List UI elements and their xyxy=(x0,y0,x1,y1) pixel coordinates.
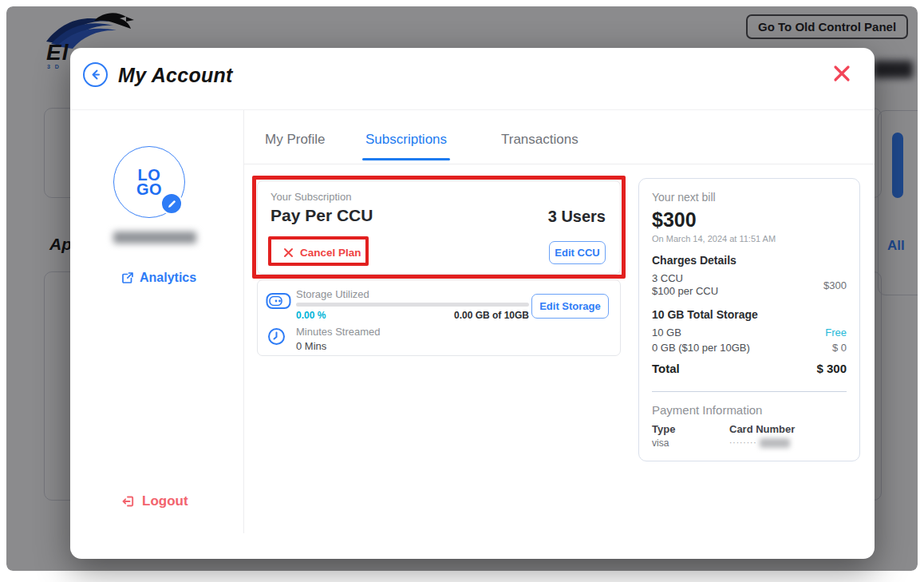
screen: El 3 D Go To Old Control Panel Ap All My… xyxy=(0,0,924,582)
payment-card-value: ········ xyxy=(729,437,847,449)
ccu-row-value: $300 xyxy=(823,279,847,291)
logout-button[interactable]: Logout xyxy=(121,493,188,509)
payment-info: Type Card Number visa ········ xyxy=(652,423,847,449)
edit-ccu-button[interactable]: Edit CCU xyxy=(549,241,606,264)
charges-heading: Charges Details xyxy=(652,254,847,267)
storage-percent: 0.00 % xyxy=(296,310,326,321)
logout-icon xyxy=(121,494,136,509)
edit-storage-button[interactable]: Edit Storage xyxy=(531,294,609,319)
card-number-masked: ········ xyxy=(729,438,757,447)
edit-avatar-button[interactable] xyxy=(160,192,183,215)
cancel-x-icon xyxy=(283,247,294,258)
storage-free-row: 10 GB Free xyxy=(652,327,847,339)
bill-divider xyxy=(652,391,847,392)
storage-paid-row: 0 GB ($10 per 10GB) $ 0 xyxy=(652,342,847,354)
minutes-streamed-value: 0 Mins xyxy=(296,340,326,352)
modal-title: My Account xyxy=(118,64,233,87)
storage-paid-value: $ 0 xyxy=(832,342,847,354)
bill-date: On March 14, 2024 at 11:51 AM xyxy=(652,234,847,243)
close-icon xyxy=(832,64,851,83)
username-redacted xyxy=(113,232,196,243)
payment-heading: Payment Information xyxy=(652,403,847,417)
card-number-redacted xyxy=(760,438,790,448)
my-account-modal: My Account LO GO Analytics xyxy=(70,48,875,559)
back-arrow-icon xyxy=(89,68,102,81)
storage-usage: 0.00 GB of 10GB xyxy=(417,310,529,321)
payment-type-value: visa xyxy=(652,437,729,449)
ccu-row-line1: 3 CCU xyxy=(652,272,718,285)
subscription-card: Your Subscription Pay Per CCU 3 Users Ca… xyxy=(257,180,621,275)
tab-my-profile[interactable]: My Profile xyxy=(265,132,326,148)
storage-progress-bar xyxy=(296,303,529,307)
cancel-plan-label: Cancel Plan xyxy=(300,247,361,259)
storage-label: Storage Utilized xyxy=(296,288,369,300)
analytics-link[interactable]: Analytics xyxy=(121,271,196,285)
back-button[interactable] xyxy=(83,62,108,87)
plan-name: Pay Per CCU xyxy=(270,206,373,225)
cancel-plan-button[interactable]: Cancel Plan xyxy=(283,247,361,259)
total-row: Total $ 300 xyxy=(652,362,847,375)
active-tab-underline xyxy=(362,158,450,160)
ccu-charge-row: 3 CCU $100 per CCU $300 xyxy=(652,272,847,299)
tab-transactions[interactable]: Transactions xyxy=(501,132,578,148)
next-bill-card: Your next bill $300 On March 14, 2024 at… xyxy=(638,178,860,461)
storage-card: Storage Utilized 0.00 % 0.00 GB of 10GB … xyxy=(257,279,621,356)
payment-type-header: Type xyxy=(652,423,729,435)
storage-free-value: Free xyxy=(825,327,847,339)
bill-amount: $300 xyxy=(652,208,847,232)
ccu-row-line2: $100 per CCU xyxy=(652,285,718,298)
external-link-icon xyxy=(121,271,134,284)
minutes-streamed-label: Minutes Streamed xyxy=(296,326,381,338)
clock-icon xyxy=(267,327,286,346)
analytics-label: Analytics xyxy=(140,271,196,285)
total-value: $ 300 xyxy=(816,362,847,375)
close-button[interactable] xyxy=(831,63,853,85)
subscription-label: Your Subscription xyxy=(270,191,351,203)
pencil-icon xyxy=(167,199,177,209)
logout-label: Logout xyxy=(142,493,188,509)
header-divider xyxy=(70,109,875,110)
bill-title: Your next bill xyxy=(652,191,847,204)
tabs-divider xyxy=(243,164,875,164)
storage-charges-heading: 10 GB Total Storage xyxy=(652,308,847,321)
total-label: Total xyxy=(652,362,680,375)
users-count: 3 Users xyxy=(548,208,606,226)
sidebar-divider xyxy=(243,110,244,533)
storage-drive-icon xyxy=(266,292,291,310)
payment-card-header: Card Number xyxy=(729,423,847,435)
tab-subscriptions[interactable]: Subscriptions xyxy=(365,132,447,148)
